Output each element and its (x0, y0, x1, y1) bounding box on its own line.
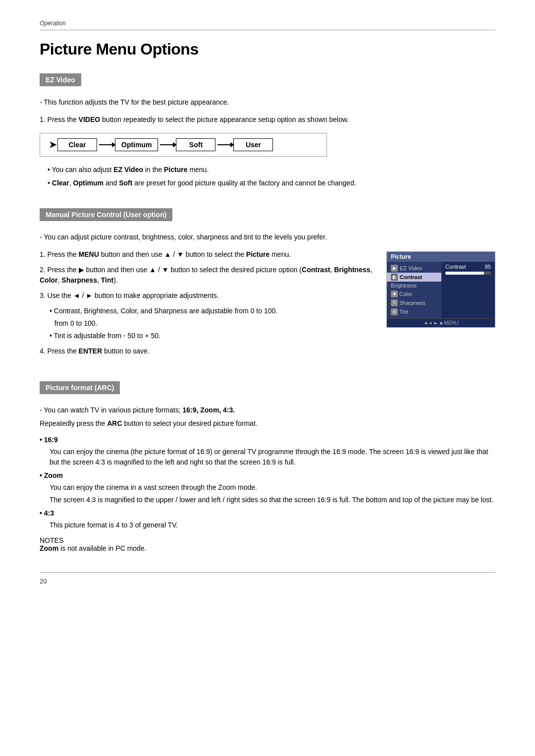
ez-video-step1: 1. Press the VIDEO button repeatedly to … (40, 115, 495, 125)
pf-dash1: - You can watch TV in various picture fo… (40, 405, 495, 415)
pm-label-ezvideo: EZ Video (400, 265, 422, 271)
pf-43-header: • 4:3 (40, 509, 495, 517)
pm-icon-sharpness: ✎ (391, 299, 398, 306)
pm-icon-contrast: ◧ (391, 274, 398, 281)
bottom-divider (40, 572, 495, 573)
pf-zoom-text2: The screen 4:3 is magnified to the upper… (50, 495, 495, 505)
pm-icon-color: ◉ (391, 291, 398, 297)
pm-title: Picture (387, 252, 495, 262)
pm-item-brightness: Brightness (387, 282, 441, 290)
ez-video-bullet2: • Clear, Optimum and Soft are preset for… (48, 178, 495, 188)
pm-contrast-row: Contrast 85 (445, 264, 491, 270)
ez-video-dash1: - This function adjusts the TV for the b… (40, 97, 495, 108)
pm-right-label: Contrast (445, 264, 466, 270)
pm-item-color: ◉ Color (387, 290, 441, 298)
page-title: Picture Menu Options (40, 40, 495, 58)
page-number: 20 (40, 578, 495, 585)
manual-step4: 4. Press the ENTER button to save. (40, 346, 495, 356)
ez-video-flow: ➤ Clear Optimum Soft User (40, 133, 327, 157)
operation-label: Operation (40, 20, 495, 27)
manual-dash1: - You can adjust picture contrast, brigh… (40, 232, 495, 242)
ez-video-section: EZ Video - This function adjusts the TV … (40, 73, 495, 188)
pm-right-value: 85 (485, 264, 491, 270)
pm-icon-tint: 🖨 (391, 308, 398, 315)
pf-169-text: You can enjoy the cinema (the picture fo… (50, 447, 495, 467)
pm-right-panel: Contrast 85 (441, 262, 495, 318)
manual-picture-header: Manual Picture Control (User option) (40, 208, 172, 221)
pm-item-contrast: ◧ Contrast (387, 273, 441, 282)
picture-menu-screenshot: Picture ▶ EZ Video ◧ Contrast Brightness… (386, 251, 495, 328)
pm-bar-container (445, 272, 491, 275)
picture-format-section: Picture format (ARC) - You can watch TV … (40, 381, 495, 552)
pm-footer: ◄ ♦ ► ■ MENU (387, 318, 495, 327)
flow-box-clear: Clear (57, 138, 97, 151)
pf-zoom-text1: You can enjoy the cinema in a vast scree… (50, 482, 495, 493)
pm-bar-fill (445, 272, 484, 275)
pf-zoom-header: • Zoom (40, 471, 495, 479)
pm-item-ezvideo: ▶ EZ Video (387, 264, 441, 273)
manual-sub2: • Tint is adjustable from - 50 to + 50. (50, 331, 495, 341)
manual-picture-section: Manual Picture Control (User option) - Y… (40, 208, 495, 361)
video-bold: VIDEO (79, 116, 101, 123)
pm-item-tint: 🖨 Tint (387, 307, 441, 316)
flow-box-user: User (233, 138, 273, 151)
pf-dash2: Repeatedly press the ARC button to selec… (40, 418, 495, 429)
ez-video-header: EZ Video (40, 73, 81, 86)
top-divider (40, 30, 495, 30)
pm-icon-ezvideo: ▶ (391, 265, 398, 272)
flow-box-soft: Soft (176, 138, 215, 151)
notes-label: NOTES (40, 536, 495, 544)
flow-start-arrow: ➤ (49, 139, 56, 150)
ez-video-bullet1: • You can also adjust EZ Video in the Pi… (48, 165, 495, 175)
pm-label-contrast: Contrast (400, 274, 422, 280)
notes-section: NOTES Zoom is not available in PC mode. (40, 536, 495, 552)
flow-box-optimum: Optimum (115, 138, 158, 151)
pm-left-menu: ▶ EZ Video ◧ Contrast Brightness ◉ Color… (387, 262, 441, 318)
pm-body: ▶ EZ Video ◧ Contrast Brightness ◉ Color… (387, 262, 495, 318)
picture-format-header: Picture format (ARC) (40, 381, 120, 394)
manual-content: Picture ▶ EZ Video ◧ Contrast Brightness… (40, 249, 495, 361)
notes-zoom-text: Zoom is not available in PC mode. (40, 544, 495, 552)
pm-item-sharpness: ✎ Sharpness (387, 298, 441, 307)
pf-169-header: • 16:9 (40, 436, 495, 444)
pf-43-text: This picture format is 4 to 3 of general… (50, 520, 495, 530)
